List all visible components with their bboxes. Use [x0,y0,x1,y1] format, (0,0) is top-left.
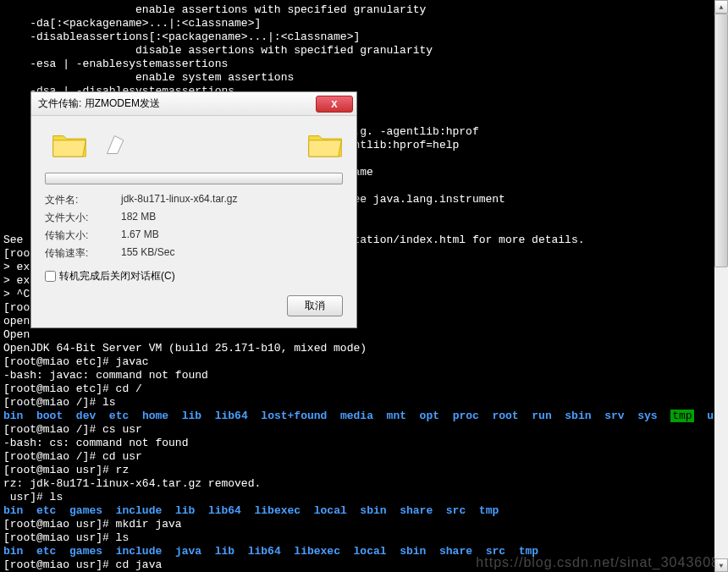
filesize-label: 文件大小: [45,211,121,225]
paper-transfer-icon [104,133,128,159]
dialog-title: 文件传输: 用ZMODEM发送 [38,96,160,111]
speed-value: 155 KB/Sec [121,246,174,261]
scroll-thumb[interactable] [714,14,728,267]
dialog-titlebar[interactable]: 文件传输: 用ZMODEM发送 X [31,92,356,116]
progress-bar [45,173,343,184]
speed-label: 传输速率: [45,246,121,261]
close-on-complete-checkbox[interactable] [45,271,56,282]
folder-source-icon [52,129,87,162]
file-transfer-dialog: 文件传输: 用ZMODEM发送 X 文件名: jdk-8u171-linux-x… [30,91,357,328]
folder-dest-icon [307,129,343,162]
filename-label: 文件名: [45,193,121,207]
scroll-up-button[interactable]: ▲ [714,0,728,14]
transferred-value: 1.67 MB [121,228,159,243]
cancel-button[interactable]: 取消 [287,295,343,316]
close-icon: X [331,99,337,109]
transferred-label: 传输大小: [45,228,121,243]
close-on-complete-label: 转机完成后关闭对话框(C) [59,269,175,283]
filesize-value: 182 MB [121,211,156,225]
scrollbar[interactable]: ▲ ▼ [714,0,728,572]
filename-value: jdk-8u171-linux-x64.tar.gz [121,193,237,207]
close-button[interactable]: X [316,96,353,113]
watermark: https://blog.csdn.net/sinat_3043608 [476,555,720,570]
